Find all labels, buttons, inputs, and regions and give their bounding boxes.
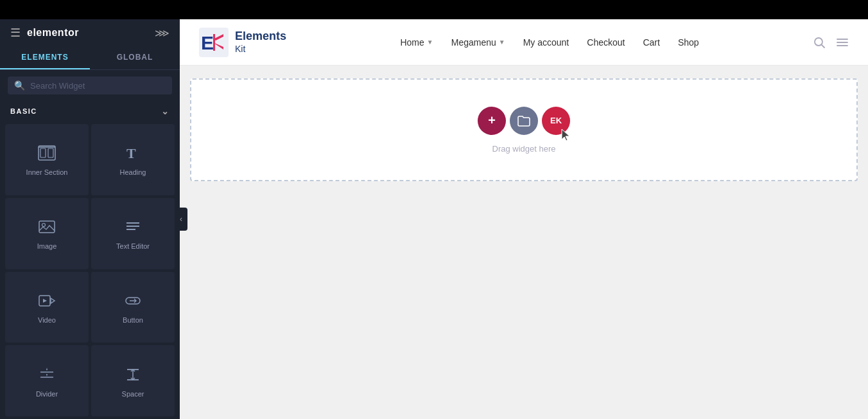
nav-label-my-account: My account <box>523 37 569 48</box>
svg-rect-2 <box>48 148 53 157</box>
svg-rect-0 <box>39 146 55 160</box>
sidebar-header: ☰ elementor ⋙ <box>0 19 180 46</box>
nav-search-icon[interactable] <box>813 36 826 49</box>
nav-item-checkout[interactable]: Checkout <box>587 37 625 48</box>
sidebar: ☰ elementor ⋙ ELEMENTS GLOBAL 🔍 <box>0 19 180 419</box>
nav-label-cart: Cart <box>643 37 659 48</box>
heading-icon: T <box>124 145 142 163</box>
nav-item-cart[interactable]: Cart <box>643 37 659 48</box>
text-editor-icon <box>124 219 142 237</box>
chevron-down-icon: ⌄ <box>161 106 170 116</box>
button-icon <box>124 293 142 311</box>
svg-marker-17 <box>46 368 48 370</box>
drop-zone-label: Drag widget here <box>492 144 556 154</box>
divider-icon <box>38 367 56 385</box>
drop-section[interactable]: + EK Drag widget here <box>190 78 858 181</box>
nav-icons <box>813 36 849 49</box>
widget-item-heading[interactable]: T Heading <box>91 124 175 195</box>
widget-label-image: Image <box>37 242 57 250</box>
widget-item-image[interactable]: Image <box>5 198 89 269</box>
ek-logo-icon: E <box>199 28 229 57</box>
nav-label-checkout: Checkout <box>587 37 625 48</box>
sidebar-tabs: ELEMENTS GLOBAL <box>0 46 180 70</box>
canvas-nav: E Elements Kit Home ▼ Megamenu <box>180 19 868 66</box>
search-icon: 🔍 <box>14 80 25 91</box>
inner-section-icon <box>38 145 56 163</box>
video-icon <box>38 293 56 311</box>
canvas-area: E Elements Kit Home ▼ Megamenu <box>180 19 868 419</box>
svg-marker-16 <box>46 374 48 377</box>
widget-label-spacer: Spacer <box>122 390 144 398</box>
sidebar-wrapper: ☰ elementor ⋙ ELEMENTS GLOBAL 🔍 <box>0 19 180 419</box>
widget-grid: Inner Section T Heading <box>0 121 180 419</box>
svg-marker-11 <box>51 298 55 303</box>
nav-menu-icon[interactable] <box>836 36 849 49</box>
nav-item-shop[interactable]: Shop <box>678 37 699 48</box>
nav-logo-text: Elements Kit <box>235 30 286 54</box>
spacer-icon <box>124 367 142 385</box>
brand-top: Elements <box>235 30 286 44</box>
nav-menu: Home ▼ Megamenu ▼ My account Checkout Ca… <box>400 37 699 48</box>
svg-marker-12 <box>43 299 47 303</box>
megamenu-dropdown-icon: ▼ <box>499 39 505 46</box>
add-widget-button[interactable]: + <box>478 107 506 135</box>
category-label: BASIC <box>10 107 37 115</box>
widget-label-divider: Divider <box>36 390 58 398</box>
widget-item-spacer[interactable]: Spacer <box>91 345 175 416</box>
widget-label-button: Button <box>123 316 143 324</box>
svg-rect-5 <box>39 221 55 233</box>
svg-rect-1 <box>40 148 46 157</box>
nav-item-home[interactable]: Home ▼ <box>400 37 433 48</box>
nav-label-megamenu: Megamenu <box>451 37 496 48</box>
svg-rect-24 <box>213 34 215 51</box>
nav-item-megamenu[interactable]: Megamenu ▼ <box>451 37 505 48</box>
svg-point-27 <box>815 38 822 46</box>
brand-bottom: Kit <box>235 44 286 55</box>
widget-label-heading: Heading <box>120 168 146 176</box>
widget-item-button[interactable]: Button <box>91 272 175 343</box>
top-bar <box>0 0 868 19</box>
svg-text:T: T <box>126 145 136 161</box>
svg-text:E: E <box>201 32 214 53</box>
nav-label-home: Home <box>400 37 424 48</box>
sidebar-logo-text: elementor <box>27 27 79 39</box>
search-input-wrap: 🔍 <box>8 76 172 94</box>
canvas-content: + EK Drag widget here <box>180 66 868 419</box>
ek-button[interactable]: EK <box>542 107 570 135</box>
home-dropdown-icon: ▼ <box>427 39 433 46</box>
category-header[interactable]: BASIC ⌄ <box>0 101 180 121</box>
widget-item-text-editor[interactable]: Text Editor <box>91 198 175 269</box>
widget-item-divider[interactable]: Divider <box>5 345 89 416</box>
widget-label-text-editor: Text Editor <box>116 242 150 250</box>
sidebar-logo: ☰ elementor <box>10 26 79 40</box>
grid-icon[interactable]: ⋙ <box>155 27 169 39</box>
sidebar-search: 🔍 <box>0 70 180 101</box>
hamburger-icon[interactable]: ☰ <box>10 26 21 40</box>
nav-label-shop: Shop <box>678 37 699 48</box>
tab-elements[interactable]: ELEMENTS <box>0 46 90 69</box>
folder-button[interactable] <box>510 107 538 135</box>
svg-line-28 <box>822 45 824 48</box>
drop-action-buttons: + EK <box>478 107 570 135</box>
image-icon <box>38 219 56 237</box>
nav-item-my-account[interactable]: My account <box>523 37 569 48</box>
widget-item-video[interactable]: Video <box>5 272 89 343</box>
nav-logo: E Elements Kit <box>199 28 286 57</box>
widget-label-video: Video <box>38 316 56 324</box>
sidebar-header-icons: ⋙ <box>155 27 169 39</box>
widget-item-inner-section[interactable]: Inner Section <box>5 124 89 195</box>
sidebar-collapse-button[interactable]: ‹ <box>175 208 187 231</box>
collapse-arrow-icon: ‹ <box>180 215 182 224</box>
svg-point-6 <box>42 224 46 227</box>
main-area: ☰ elementor ⋙ ELEMENTS GLOBAL 🔍 <box>0 19 868 419</box>
tab-global[interactable]: GLOBAL <box>90 46 180 69</box>
search-input[interactable] <box>30 81 166 91</box>
widget-label-inner-section: Inner Section <box>26 168 68 176</box>
